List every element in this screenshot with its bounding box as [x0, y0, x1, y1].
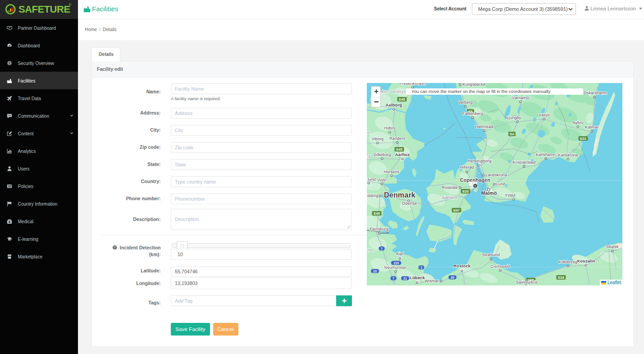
- svg-text:ve: ve: [367, 130, 370, 135]
- svg-text:Kołobrzeg: Kołobrzeg: [558, 260, 577, 264]
- svg-text:E22: E22: [580, 137, 586, 141]
- svg-text:Viborg: Viborg: [372, 137, 384, 141]
- svg-text:Słupsk: Słupsk: [606, 244, 619, 249]
- svg-text:Ljungby: Ljungby: [507, 115, 521, 120]
- svg-text:®: ®: [69, 3, 72, 7]
- svg-text:Randers: Randers: [389, 136, 405, 141]
- svg-text:E47: E47: [453, 208, 459, 212]
- svg-text:Karlskrona: Karlskrona: [558, 153, 578, 157]
- svg-text:Växjö: Växjö: [539, 113, 549, 117]
- svg-text:Kalmar: Kalmar: [585, 125, 599, 129]
- svg-text:23: 23: [373, 270, 377, 273]
- svg-text:Hobro: Hobro: [384, 126, 395, 130]
- svg-text:Horsens: Horsens: [384, 170, 400, 174]
- svg-text:Nybro: Nybro: [572, 120, 583, 125]
- svg-text:E45: E45: [399, 97, 405, 101]
- svg-text:?: ?: [114, 246, 116, 249]
- svg-text:Halmstad: Halmstad: [475, 124, 493, 129]
- svg-text:Copenhagen: Copenhagen: [460, 177, 490, 183]
- svg-text:Flensburg: Flensburg: [370, 227, 388, 231]
- svg-text:Wismar: Wismar: [425, 279, 439, 283]
- svg-text:Sjælland: Sjælland: [442, 195, 457, 200]
- svg-text:1: 1: [420, 266, 422, 269]
- svg-text:Aarhus: Aarhus: [395, 152, 410, 157]
- svg-text:Rostock: Rostock: [453, 264, 471, 268]
- svg-text:Koszalin: Koszalin: [577, 259, 595, 263]
- svg-text:Kiel: Kiel: [396, 252, 403, 256]
- svg-text:E28: E28: [558, 276, 564, 280]
- svg-text:Lübeck: Lübeck: [410, 276, 425, 280]
- svg-text:Helsingborg: Helsingborg: [467, 158, 491, 163]
- svg-text:Kristianstad: Kristianstad: [512, 160, 535, 165]
- svg-text:E45: E45: [374, 211, 379, 216]
- svg-text:Ystad: Ystad: [505, 193, 516, 198]
- svg-text:Świnoujście: Świnoujście: [516, 280, 538, 285]
- svg-text:Karlshamn: Karlshamn: [536, 152, 556, 157]
- svg-text:Oskarshamn: Oskarshamn: [584, 91, 607, 95]
- svg-text:Lund: Lund: [496, 182, 505, 186]
- svg-text:E45: E45: [396, 147, 402, 152]
- svg-text:SAFETURE: SAFETURE: [18, 4, 70, 15]
- svg-text:E20: E20: [462, 189, 468, 193]
- svg-text:ches: ches: [367, 248, 375, 253]
- svg-text:Värnamo: Värnamo: [512, 96, 529, 100]
- svg-text:Frederikshavn: Frederikshavn: [400, 83, 426, 86]
- svg-text:Varberg: Varberg: [458, 100, 473, 105]
- svg-text:E4: E4: [510, 132, 514, 136]
- svg-text:ken: ken: [382, 89, 388, 94]
- svg-text:20: 20: [451, 276, 454, 279]
- svg-text:Denmark: Denmark: [384, 191, 416, 199]
- svg-text:Greifswald: Greifswald: [490, 264, 510, 269]
- svg-text:Stralsund: Stralsund: [482, 253, 500, 257]
- svg-text:Neumünster: Neumünster: [384, 265, 407, 270]
- svg-text:Kungsbacka: Kungsbacka: [463, 83, 485, 87]
- svg-text:Landskrona: Landskrona: [485, 173, 507, 177]
- svg-text:215: 215: [393, 262, 399, 265]
- svg-text:Falkenberg: Falkenberg: [462, 111, 483, 116]
- svg-text:21: 21: [403, 277, 407, 280]
- svg-text:Kolding: Kolding: [367, 193, 378, 198]
- svg-text:7: 7: [393, 277, 394, 280]
- svg-text:lund: lund: [368, 177, 375, 182]
- svg-text:Malmö: Malmö: [481, 190, 497, 196]
- svg-text:7: 7: [381, 247, 383, 250]
- svg-text:Roskilde: Roskilde: [442, 185, 457, 190]
- svg-text:Vejle: Vejle: [377, 178, 386, 182]
- svg-text:Hillerød: Hillerød: [460, 165, 474, 170]
- svg-text:Odense: Odense: [402, 201, 417, 206]
- svg-text:Silkeborg: Silkeborg: [374, 152, 391, 157]
- svg-text:ng: ng: [367, 153, 370, 158]
- svg-text:Aalborg: Aalborg: [385, 103, 402, 107]
